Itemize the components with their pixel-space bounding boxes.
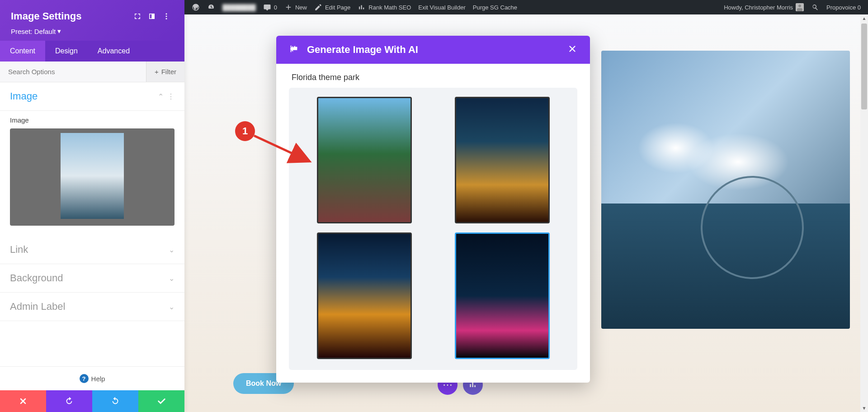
- undo-icon: [64, 396, 74, 406]
- modal-title: Generate Image With AI: [307, 44, 565, 56]
- preset-label: Preset: Default: [11, 28, 56, 35]
- chart-icon: [358, 3, 366, 11]
- wp-logo-icon[interactable]: [188, 0, 203, 14]
- section-image-toggle[interactable]: Image ⌃ ⋮: [0, 82, 184, 111]
- chevron-down-icon: ⌄: [169, 274, 175, 283]
- scroll-thumb[interactable]: [861, 24, 867, 109]
- svg-point-2: [166, 18, 167, 19]
- dashboard-icon[interactable]: [203, 0, 219, 14]
- section-kebab-icon[interactable]: ⋮: [167, 92, 175, 101]
- help-link[interactable]: ? Help: [0, 366, 184, 390]
- propovoice-link[interactable]: Propovoice 0: [823, 0, 864, 14]
- cancel-button[interactable]: [0, 390, 46, 412]
- rank-math-label: Rank Math SEO: [368, 4, 411, 11]
- filter-label: Filter: [161, 68, 176, 76]
- edit-page-label: Edit Page: [325, 4, 350, 11]
- new-label: New: [295, 4, 307, 11]
- redo-icon: [110, 396, 120, 406]
- image-preview[interactable]: [10, 128, 175, 226]
- chevron-down-icon: ⌄: [169, 303, 175, 311]
- purge-label: Purge SG Cache: [473, 4, 517, 11]
- redo-button[interactable]: [92, 390, 138, 412]
- ai-prompt-text: Florida theme park: [276, 64, 590, 88]
- new-link[interactable]: New: [281, 0, 311, 14]
- tab-advanced[interactable]: Advanced: [88, 41, 140, 62]
- close-button[interactable]: [565, 41, 580, 58]
- ai-result-1[interactable]: [317, 97, 412, 223]
- image-thumbnail: [61, 133, 124, 219]
- expand-icon[interactable]: [130, 9, 145, 24]
- preset-dropdown[interactable]: Preset: Default ▾: [11, 27, 174, 35]
- save-button[interactable]: [138, 390, 184, 412]
- back-button[interactable]: [286, 41, 302, 58]
- modal-header: Generate Image With AI: [276, 36, 590, 64]
- section-background-title: Background: [10, 272, 169, 284]
- chevron-up-icon: ⌃: [158, 92, 164, 101]
- svg-line-3: [254, 136, 310, 161]
- scroll-down-icon[interactable]: ▼: [860, 404, 868, 412]
- close-icon: [19, 397, 28, 406]
- chevron-down-icon: ⌄: [169, 246, 175, 254]
- section-background-toggle[interactable]: Background ⌄: [0, 264, 184, 293]
- hero-image: [601, 51, 850, 329]
- ai-thumbnail: [456, 234, 548, 358]
- settings-tabs: Content Design Advanced: [0, 41, 184, 62]
- ai-thumbnail: [318, 98, 410, 222]
- panel-title: Image Settings: [11, 10, 130, 22]
- comments-count: 0: [274, 4, 277, 11]
- dock-icon[interactable]: [145, 9, 159, 24]
- ai-thumbnail: [456, 98, 548, 222]
- ai-result-3[interactable]: [317, 232, 412, 359]
- ai-results-grid: [289, 88, 577, 370]
- image-field-label: Image: [10, 116, 175, 124]
- exit-vb-label: Exit Visual Builder: [418, 4, 466, 11]
- exit-visual-builder-link[interactable]: Exit Visual Builder: [415, 0, 469, 14]
- kebab-icon[interactable]: [159, 9, 174, 24]
- svg-point-0: [166, 13, 167, 14]
- site-name[interactable]: ████████: [219, 0, 259, 14]
- annotation-marker-1: 1: [235, 121, 255, 141]
- comment-icon: [263, 3, 271, 11]
- module-settings-panel: Image Settings Preset: Default ▾ Content…: [0, 0, 184, 412]
- howdy-label: Howdy, Christopher Morris: [724, 4, 793, 11]
- filter-button[interactable]: + Filter: [146, 62, 184, 82]
- avatar: [796, 3, 804, 11]
- annotation-arrow-icon: [244, 128, 321, 168]
- close-icon: [567, 44, 577, 54]
- ai-result-2[interactable]: [455, 97, 550, 223]
- chevron-down-icon: ▾: [57, 27, 61, 35]
- comments-link[interactable]: 0: [259, 0, 281, 14]
- help-label: Help: [91, 375, 105, 383]
- edit-page-link[interactable]: Edit Page: [311, 0, 354, 14]
- plus-icon: [284, 3, 292, 11]
- propovoice-label: Propovoice 0: [826, 4, 861, 11]
- section-link-title: Link: [10, 244, 169, 256]
- scroll-up-icon[interactable]: ▲: [860, 14, 868, 22]
- wp-admin-bar: ████████ 0 New Edit Page Rank Math SEO E…: [184, 0, 868, 14]
- purge-cache-link[interactable]: Purge SG Cache: [469, 0, 521, 14]
- question-icon: ?: [80, 374, 89, 383]
- panel-header: Image Settings Preset: Default ▾: [0, 0, 184, 41]
- tab-design[interactable]: Design: [45, 41, 88, 62]
- section-admin-label-toggle[interactable]: Admin Label ⌄: [0, 293, 184, 321]
- tab-content[interactable]: Content: [0, 41, 45, 62]
- search-icon[interactable]: [807, 0, 823, 14]
- image-field: Image: [0, 111, 184, 236]
- section-admin-label-title: Admin Label: [10, 301, 169, 313]
- section-image-title: Image: [10, 90, 158, 102]
- options-body: Image ⌃ ⋮ Image Link ⌄ Background ⌄ Admi…: [0, 82, 184, 366]
- plus-icon: +: [155, 68, 159, 76]
- rank-math-link[interactable]: Rank Math SEO: [354, 0, 415, 14]
- panel-action-bar: [0, 390, 184, 412]
- howdy-user[interactable]: Howdy, Christopher Morris: [720, 0, 807, 14]
- section-link-toggle[interactable]: Link ⌄: [0, 236, 184, 264]
- page-scrollbar[interactable]: ▲ ▼: [860, 14, 868, 412]
- pencil-icon: [314, 3, 322, 11]
- check-icon: [156, 396, 166, 406]
- search-options-input[interactable]: [0, 62, 146, 82]
- svg-point-1: [166, 16, 167, 17]
- undo-button[interactable]: [46, 390, 92, 412]
- back-arrow-icon: [289, 44, 299, 54]
- ai-thumbnail: [318, 234, 410, 358]
- ai-result-4[interactable]: [455, 232, 550, 359]
